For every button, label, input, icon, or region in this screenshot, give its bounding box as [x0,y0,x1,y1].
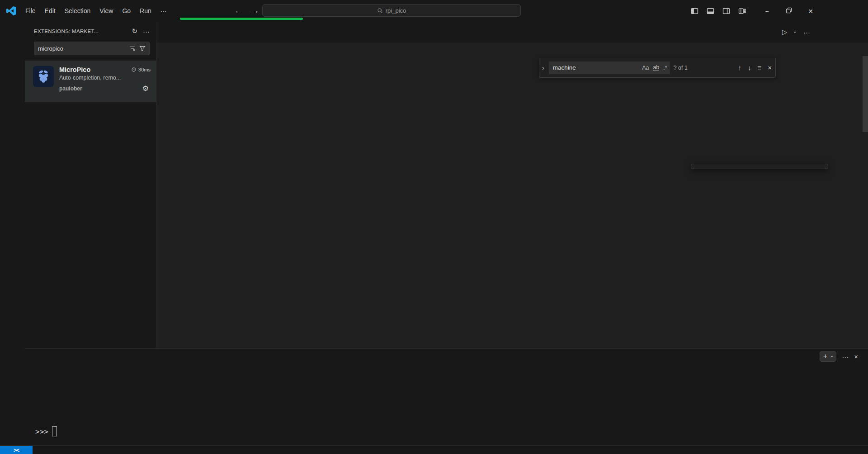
find-input[interactable]: machine Aa ab .* [549,61,670,74]
clock-history-icon [131,67,137,72]
panel-tab-bar [25,349,868,365]
layout-controls [691,0,746,22]
window-controls: −✕ [763,0,815,22]
close-icon[interactable]: ✕ [807,7,815,15]
previous-match-icon[interactable]: ↑ [738,64,741,71]
menu-item-view[interactable]: View [95,5,118,17]
nav-back-icon[interactable]: ← [235,6,242,15]
extension-author: paulober [59,85,82,92]
menu-item-run[interactable]: Run [135,5,156,17]
match-case-icon[interactable]: Aa [642,65,649,71]
run-python-file-icon[interactable]: ▷ [782,28,788,36]
more-icon[interactable]: ··· [143,28,150,35]
more-actions-icon[interactable]: ··· [803,28,810,36]
code-editor[interactable] [156,56,868,348]
minimize-icon[interactable]: − [763,7,771,15]
whole-word-icon[interactable]: ab [653,64,659,71]
extensions-sidebar: EXTENSIONS: MARKET... ↻ ··· micropico Mi… [25,22,156,348]
find-results-count: ? of 1 [674,65,697,71]
find-widget: › machine Aa ab .* ? of 1 ↑ ↓ ≡ × [539,58,776,78]
close-find-icon[interactable]: × [768,64,772,71]
layout-sidebar-right-icon[interactable] [722,7,730,15]
extension-gear-icon[interactable]: ⚙ [142,84,149,93]
extension-description: Auto-completion, remo... [59,75,121,81]
chevron-down-icon[interactable]: › [829,355,835,357]
menu-item-edit[interactable]: Edit [40,5,60,17]
terminal-cursor [52,426,57,436]
extensions-search-value: micropico [38,45,63,52]
extension-activation-time: 30ms [138,67,151,72]
vscode-logo-icon [6,6,16,16]
minimap[interactable] [811,59,862,122]
sidebar-title: EXTENSIONS: MARKET... [34,28,99,34]
remote-indicator[interactable]: >< [0,446,33,454]
terminal-prompt: >>> [35,427,48,436]
close-panel-icon[interactable]: × [854,353,858,360]
command-center[interactable]: rpi_pico [262,4,521,17]
restore-icon[interactable] [785,6,793,16]
editor-scrollbar[interactable] [863,56,868,132]
plus-icon[interactable]: + [823,352,828,361]
menu-bar: FileEditSelectionViewGoRun··· [21,5,171,17]
next-match-icon[interactable]: ↓ [748,64,751,71]
layout-sidebar-left-icon[interactable] [691,7,698,15]
command-center-value: rpi_pico [386,7,406,14]
search-icon [377,8,383,14]
panel-more-icon[interactable]: ··· [842,353,849,360]
green-annotation-menubar [180,18,303,20]
extension-list-item[interactable]: MicroPico 30ms Auto-completion, remo... … [25,61,156,102]
menu-item-go[interactable]: Go [118,5,135,17]
nav-forward-icon[interactable]: → [251,6,259,15]
refresh-icon[interactable]: ↻ [132,27,137,35]
title-bar: FileEditSelectionViewGoRun··· ← → rpi_pi… [0,0,868,22]
editor-tab-bar [156,22,868,43]
terminal-profile-menu [691,164,828,169]
selection-find-icon[interactable]: ≡ [757,64,761,71]
new-terminal-button[interactable]: + › [820,351,837,362]
list-filter-icon[interactable] [129,45,136,52]
bottom-panel: + › ··· × >>> [25,348,868,445]
extensions-search-input[interactable]: micropico [34,42,150,55]
activity-bar [0,22,25,445]
menu-item-selection[interactable]: Selection [60,5,95,17]
vscode-window: FileEditSelectionViewGoRun··· ← → rpi_pi… [0,0,868,454]
layout-customize-icon[interactable] [738,7,746,15]
extension-name: MicroPico [59,66,90,73]
status-bar: >< [0,445,868,454]
funnel-icon[interactable] [139,45,146,52]
menu-item-file[interactable]: File [21,5,40,17]
menu-item-[interactable]: ··· [156,5,171,17]
breadcrumb[interactable] [156,43,868,56]
layout-panel-icon[interactable] [707,7,714,15]
micropico-extension-icon [33,66,54,87]
toggle-replace-chevron-icon[interactable]: › [541,64,545,71]
regex-icon[interactable]: .* [663,65,667,71]
chevron-down-icon[interactable]: › [793,31,798,33]
find-value: machine [553,64,576,71]
